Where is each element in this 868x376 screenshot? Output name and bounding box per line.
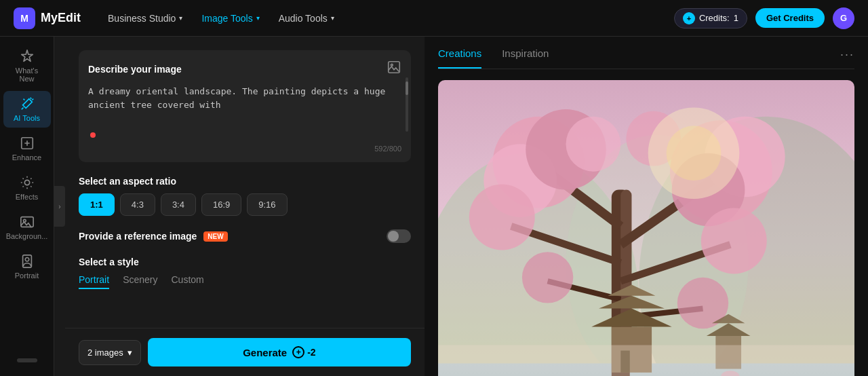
- sidebar-item-whats-new[interactable]: What's New: [3, 43, 51, 88]
- effects-icon: [20, 175, 35, 190]
- more-options-icon[interactable]: ···: [840, 48, 854, 69]
- wand-icon: [20, 96, 35, 111]
- sidebar-scrollbar: [17, 358, 37, 369]
- background-icon: [20, 214, 35, 229]
- images-dropdown[interactable]: 2 images ▾: [79, 340, 141, 365]
- sidebar-item-label: Portrait: [15, 271, 39, 280]
- nav-image-tools[interactable]: Image Tools ▾: [193, 9, 267, 28]
- sidebar-item-label: Enhance: [12, 153, 41, 162]
- avatar[interactable]: G: [833, 7, 854, 29]
- aspect-btn-16-9[interactable]: 16:9: [201, 193, 241, 216]
- sparkle-icon: [20, 49, 35, 64]
- svg-point-29: [701, 208, 767, 274]
- generate-cost: + -2: [292, 346, 315, 358]
- record-dot: [90, 132, 96, 138]
- sidebar-item-ai-tools[interactable]: AI Tools: [3, 91, 51, 128]
- describe-header: Describe your image: [88, 60, 401, 78]
- style-label: Select a style: [79, 257, 411, 267]
- aspect-btn-3-4[interactable]: 3:4: [161, 193, 196, 216]
- describe-box: Describe your image A dreamy oriental la…: [79, 50, 411, 162]
- reference-label: Provide a reference image: [79, 231, 197, 242]
- center-panel: Describe your image A dreamy oriental la…: [65, 37, 425, 376]
- aspect-btn-9-16[interactable]: 9:16: [247, 193, 287, 216]
- tab-creations[interactable]: Creations: [438, 48, 481, 69]
- aspect-ratio-label: Select an aspect ratio: [79, 176, 411, 187]
- panel-content: Describe your image A dreamy oriental la…: [65, 37, 425, 328]
- chevron-down-icon: ▾: [256, 14, 260, 22]
- svg-point-5: [25, 258, 29, 262]
- chevron-down-icon: ▾: [179, 14, 182, 22]
- svg-point-28: [469, 185, 535, 250]
- logo-area: M MyEdit: [14, 7, 81, 29]
- sidebar-item-label: Effects: [16, 193, 38, 201]
- generate-cost-value: -2: [307, 347, 315, 358]
- style-tab-custom[interactable]: Custom: [171, 274, 203, 289]
- textarea-scrollbar: [406, 81, 408, 95]
- sidebar: What's New AI Tools Enhance Effects: [0, 37, 54, 376]
- chevron-down-icon: ▾: [127, 347, 132, 358]
- gallery-main-svg: [438, 80, 854, 376]
- describe-title: Describe your image: [88, 64, 182, 75]
- tab-inspiration[interactable]: Inspiration: [502, 48, 549, 69]
- plus-circle-icon: +: [292, 346, 304, 358]
- sidebar-item-portrait[interactable]: Portrait: [3, 248, 51, 285]
- credits-icon: +: [683, 12, 695, 24]
- logo-text: MyEdit: [41, 11, 81, 25]
- scroll-indicator: [17, 358, 37, 362]
- style-section: Select a style Portrait Scenery Custom: [79, 257, 411, 289]
- collapse-arrow[interactable]: ›: [54, 186, 65, 227]
- style-tab-scenery[interactable]: Scenery: [123, 274, 157, 289]
- header-right: + Credits: 1 Get Credits G: [674, 7, 854, 29]
- svg-point-49: [667, 126, 722, 181]
- aspect-ratio-section: Select an aspect ratio 1:1 4:3 3:4 16:9 …: [79, 176, 411, 216]
- sidebar-item-label: AI Tools: [14, 114, 40, 122]
- sidebar-item-background[interactable]: Backgroun...: [3, 209, 51, 246]
- reference-toggle[interactable]: [387, 229, 411, 243]
- svg-point-30: [566, 117, 621, 172]
- image-upload-icon[interactable]: [387, 60, 401, 78]
- portrait-icon: [20, 254, 35, 269]
- get-credits-button[interactable]: Get Credits: [755, 8, 825, 28]
- sidebar-item-label: Backgroun...: [6, 232, 48, 240]
- credits-label: Credits:: [699, 13, 730, 23]
- svg-rect-47: [438, 345, 854, 376]
- svg-rect-2: [20, 217, 33, 227]
- style-tabs: Portrait Scenery Custom: [79, 274, 411, 289]
- char-count: 592/800: [88, 145, 401, 153]
- toggle-thumb: [388, 231, 399, 242]
- svg-point-7: [391, 64, 393, 66]
- svg-point-32: [522, 252, 573, 303]
- describe-textarea[interactable]: A dreamy oriental landscape. The paintin…: [88, 85, 401, 126]
- reference-section: Provide a reference image NEW: [79, 229, 411, 243]
- aspect-btn-4-3[interactable]: 4:3: [120, 193, 155, 216]
- sidebar-item-effects[interactable]: Effects: [3, 170, 51, 206]
- gallery-main-image: [438, 80, 854, 376]
- bottom-bar: 2 images ▾ Generate + -2: [65, 328, 425, 376]
- new-badge: NEW: [203, 231, 227, 242]
- right-tabs: Creations Inspiration ···: [438, 48, 854, 69]
- logo-abbr: M: [20, 13, 28, 24]
- sidebar-item-enhance[interactable]: Enhance: [3, 130, 51, 167]
- main-layout: What's New AI Tools Enhance Effects: [0, 37, 868, 376]
- generate-label: Generate: [243, 347, 287, 358]
- header: M MyEdit Business Studio ▾ Image Tools ▾…: [0, 0, 868, 37]
- aspect-ratio-buttons: 1:1 4:3 3:4 16:9 9:16: [79, 193, 411, 216]
- right-panel: Creations Inspiration ···: [425, 37, 868, 376]
- style-tab-portrait[interactable]: Portrait: [79, 274, 109, 289]
- enhance-icon: [20, 136, 35, 151]
- nav-audio-tools[interactable]: Audio Tools ▾: [271, 9, 342, 28]
- aspect-btn-1-1[interactable]: 1:1: [79, 193, 115, 216]
- credits-badge: + Credits: 1: [674, 8, 747, 29]
- logo-icon: M: [14, 7, 35, 29]
- credits-value: 1: [734, 13, 738, 23]
- nav-business-studio[interactable]: Business Studio ▾: [100, 9, 191, 28]
- chevron-down-icon: ▾: [331, 14, 334, 22]
- svg-point-1: [24, 180, 29, 185]
- nav-items: Business Studio ▾ Image Tools ▾ Audio To…: [100, 9, 669, 28]
- sidebar-item-label: What's New: [7, 67, 47, 83]
- images-dropdown-label: 2 images: [87, 347, 123, 358]
- generate-button[interactable]: Generate + -2: [148, 338, 411, 366]
